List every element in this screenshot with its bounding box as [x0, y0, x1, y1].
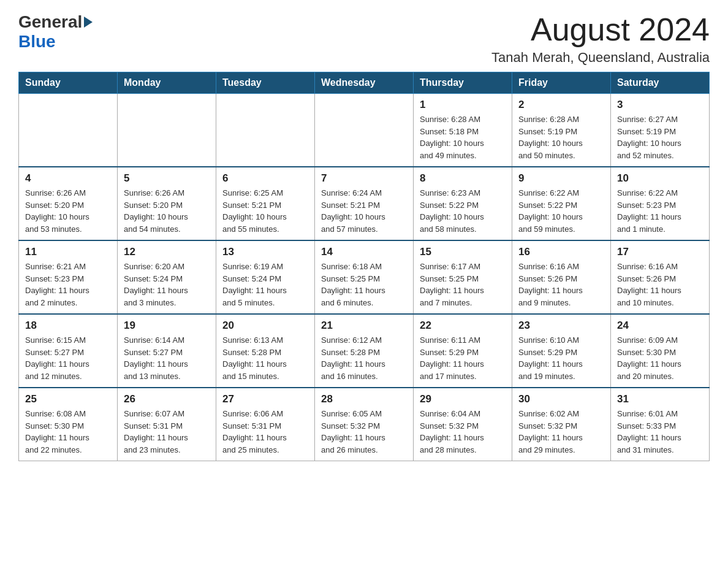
day-number: 29 — [420, 393, 506, 405]
calendar-cell: 23Sunrise: 6:10 AM Sunset: 5:29 PM Dayli… — [512, 314, 611, 388]
day-number: 18 — [25, 320, 111, 332]
day-info: Sunrise: 6:22 AM Sunset: 5:23 PM Dayligh… — [617, 187, 703, 235]
day-number: 13 — [222, 246, 308, 258]
calendar-cell: 12Sunrise: 6:20 AM Sunset: 5:24 PM Dayli… — [118, 240, 216, 314]
day-info: Sunrise: 6:16 AM Sunset: 5:26 PM Dayligh… — [518, 261, 604, 308]
day-info: Sunrise: 6:13 AM Sunset: 5:28 PM Dayligh… — [222, 334, 308, 382]
day-number: 24 — [617, 320, 703, 332]
day-info: Sunrise: 6:12 AM Sunset: 5:28 PM Dayligh… — [321, 334, 407, 382]
day-info: Sunrise: 6:26 AM Sunset: 5:20 PM Dayligh… — [124, 187, 210, 235]
day-number: 25 — [25, 393, 111, 405]
calendar-cell: 1Sunrise: 6:28 AM Sunset: 5:18 PM Daylig… — [414, 94, 512, 167]
day-number: 30 — [518, 393, 604, 405]
calendar-cell: 18Sunrise: 6:15 AM Sunset: 5:27 PM Dayli… — [19, 314, 118, 388]
day-number: 19 — [124, 320, 210, 332]
calendar-cell: 29Sunrise: 6:04 AM Sunset: 5:32 PM Dayli… — [414, 388, 512, 461]
day-number: 4 — [25, 172, 111, 185]
day-number: 27 — [222, 393, 308, 405]
day-info: Sunrise: 6:21 AM Sunset: 5:23 PM Dayligh… — [25, 261, 111, 308]
day-info: Sunrise: 6:25 AM Sunset: 5:21 PM Dayligh… — [222, 187, 308, 235]
day-info: Sunrise: 6:15 AM Sunset: 5:27 PM Dayligh… — [25, 334, 111, 382]
day-number: 12 — [124, 246, 210, 258]
calendar-cell: 21Sunrise: 6:12 AM Sunset: 5:28 PM Dayli… — [315, 314, 414, 388]
day-info: Sunrise: 6:24 AM Sunset: 5:21 PM Dayligh… — [321, 187, 407, 235]
header-thursday: Thursday — [414, 72, 512, 94]
day-info: Sunrise: 6:09 AM Sunset: 5:30 PM Dayligh… — [617, 334, 703, 382]
day-number: 1 — [420, 99, 506, 111]
day-number: 31 — [617, 393, 703, 405]
day-info: Sunrise: 6:05 AM Sunset: 5:32 PM Dayligh… — [321, 408, 407, 456]
day-info: Sunrise: 6:16 AM Sunset: 5:26 PM Dayligh… — [617, 261, 703, 308]
header-sunday: Sunday — [19, 72, 118, 94]
day-number: 26 — [124, 393, 210, 405]
day-info: Sunrise: 6:23 AM Sunset: 5:22 PM Dayligh… — [420, 187, 506, 235]
logo: General Blue — [18, 12, 94, 52]
day-info: Sunrise: 6:28 AM Sunset: 5:18 PM Dayligh… — [420, 113, 506, 161]
calendar-cell: 26Sunrise: 6:07 AM Sunset: 5:31 PM Dayli… — [118, 388, 216, 461]
day-number: 10 — [617, 172, 703, 185]
day-number: 15 — [420, 246, 506, 258]
location-text: Tanah Merah, Queensland, Australia — [491, 50, 710, 66]
header-friday: Friday — [512, 72, 611, 94]
day-info: Sunrise: 6:11 AM Sunset: 5:29 PM Dayligh… — [420, 334, 506, 382]
calendar-cell: 20Sunrise: 6:13 AM Sunset: 5:28 PM Dayli… — [216, 314, 315, 388]
day-info: Sunrise: 6:22 AM Sunset: 5:22 PM Dayligh… — [518, 187, 604, 235]
calendar-week-row: 25Sunrise: 6:08 AM Sunset: 5:30 PM Dayli… — [19, 388, 710, 461]
calendar-table: Sunday Monday Tuesday Wednesday Thursday… — [18, 72, 710, 461]
calendar-cell: 5Sunrise: 6:26 AM Sunset: 5:20 PM Daylig… — [118, 167, 216, 240]
day-info: Sunrise: 6:26 AM Sunset: 5:20 PM Dayligh… — [25, 187, 111, 235]
calendar-cell: 4Sunrise: 6:26 AM Sunset: 5:20 PM Daylig… — [19, 167, 118, 240]
day-number: 11 — [25, 246, 111, 258]
calendar-cell: 3Sunrise: 6:27 AM Sunset: 5:19 PM Daylig… — [611, 94, 710, 167]
calendar-week-row: 18Sunrise: 6:15 AM Sunset: 5:27 PM Dayli… — [19, 314, 710, 388]
day-info: Sunrise: 6:28 AM Sunset: 5:19 PM Dayligh… — [518, 113, 604, 161]
title-section: August 2024 Tanah Merah, Queensland, Aus… — [491, 12, 710, 66]
calendar-cell: 15Sunrise: 6:17 AM Sunset: 5:25 PM Dayli… — [414, 240, 512, 314]
day-number: 28 — [321, 393, 407, 405]
calendar-cell: 9Sunrise: 6:22 AM Sunset: 5:22 PM Daylig… — [512, 167, 611, 240]
header-tuesday: Tuesday — [216, 72, 315, 94]
calendar-cell — [19, 94, 118, 167]
weekday-header-row: Sunday Monday Tuesday Wednesday Thursday… — [19, 72, 710, 94]
calendar-cell: 10Sunrise: 6:22 AM Sunset: 5:23 PM Dayli… — [611, 167, 710, 240]
calendar-week-row: 1Sunrise: 6:28 AM Sunset: 5:18 PM Daylig… — [19, 94, 710, 167]
day-info: Sunrise: 6:18 AM Sunset: 5:25 PM Dayligh… — [321, 261, 407, 308]
day-info: Sunrise: 6:17 AM Sunset: 5:25 PM Dayligh… — [420, 261, 506, 308]
day-number: 3 — [617, 99, 703, 111]
calendar-cell: 16Sunrise: 6:16 AM Sunset: 5:26 PM Dayli… — [512, 240, 611, 314]
calendar-cell — [315, 94, 414, 167]
calendar-cell: 17Sunrise: 6:16 AM Sunset: 5:26 PM Dayli… — [611, 240, 710, 314]
day-number: 22 — [420, 320, 506, 332]
calendar-cell: 7Sunrise: 6:24 AM Sunset: 5:21 PM Daylig… — [315, 167, 414, 240]
day-info: Sunrise: 6:08 AM Sunset: 5:30 PM Dayligh… — [25, 408, 111, 456]
day-number: 23 — [518, 320, 604, 332]
calendar-cell: 11Sunrise: 6:21 AM Sunset: 5:23 PM Dayli… — [19, 240, 118, 314]
day-info: Sunrise: 6:20 AM Sunset: 5:24 PM Dayligh… — [124, 261, 210, 308]
calendar-cell: 30Sunrise: 6:02 AM Sunset: 5:32 PM Dayli… — [512, 388, 611, 461]
day-number: 7 — [321, 172, 407, 185]
day-number: 8 — [420, 172, 506, 185]
day-info: Sunrise: 6:06 AM Sunset: 5:31 PM Dayligh… — [222, 408, 308, 456]
calendar-cell: 14Sunrise: 6:18 AM Sunset: 5:25 PM Dayli… — [315, 240, 414, 314]
day-number: 17 — [617, 246, 703, 258]
calendar-cell: 13Sunrise: 6:19 AM Sunset: 5:24 PM Dayli… — [216, 240, 315, 314]
calendar-cell: 27Sunrise: 6:06 AM Sunset: 5:31 PM Dayli… — [216, 388, 315, 461]
page-header: General Blue August 2024 Tanah Merah, Qu… — [18, 12, 710, 66]
header-wednesday: Wednesday — [315, 72, 414, 94]
day-info: Sunrise: 6:02 AM Sunset: 5:32 PM Dayligh… — [518, 408, 604, 456]
day-info: Sunrise: 6:07 AM Sunset: 5:31 PM Dayligh… — [124, 408, 210, 456]
calendar-cell: 22Sunrise: 6:11 AM Sunset: 5:29 PM Dayli… — [414, 314, 512, 388]
month-title: August 2024 — [491, 12, 710, 47]
day-info: Sunrise: 6:19 AM Sunset: 5:24 PM Dayligh… — [222, 261, 308, 308]
day-info: Sunrise: 6:04 AM Sunset: 5:32 PM Dayligh… — [420, 408, 506, 456]
calendar-cell: 6Sunrise: 6:25 AM Sunset: 5:21 PM Daylig… — [216, 167, 315, 240]
calendar-cell — [216, 94, 315, 167]
day-info: Sunrise: 6:10 AM Sunset: 5:29 PM Dayligh… — [518, 334, 604, 382]
calendar-cell: 19Sunrise: 6:14 AM Sunset: 5:27 PM Dayli… — [118, 314, 216, 388]
calendar-cell: 25Sunrise: 6:08 AM Sunset: 5:30 PM Dayli… — [19, 388, 118, 461]
calendar-cell: 8Sunrise: 6:23 AM Sunset: 5:22 PM Daylig… — [414, 167, 512, 240]
calendar-cell: 28Sunrise: 6:05 AM Sunset: 5:32 PM Dayli… — [315, 388, 414, 461]
day-number: 20 — [222, 320, 308, 332]
calendar-week-row: 11Sunrise: 6:21 AM Sunset: 5:23 PM Dayli… — [19, 240, 710, 314]
day-number: 9 — [518, 172, 604, 185]
